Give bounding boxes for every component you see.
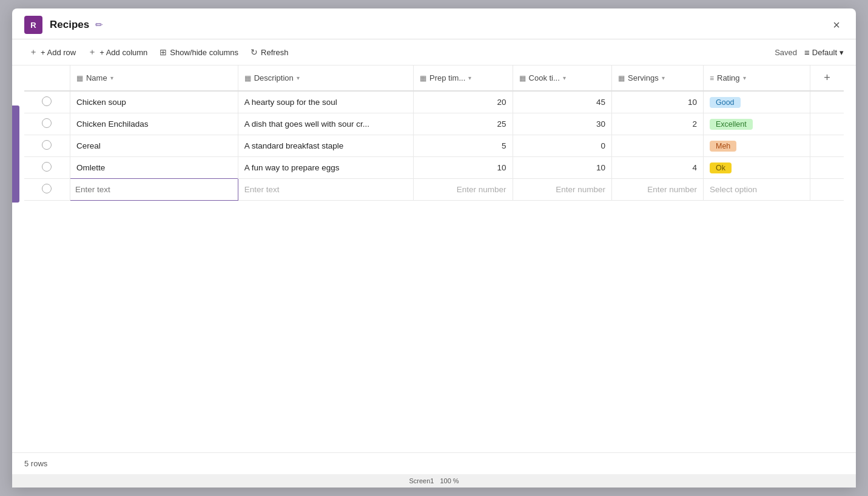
new-row-rating-cell[interactable]: Select option [703,179,810,201]
cell-rating-0[interactable]: Good [703,91,810,113]
th-cook-time[interactable]: ▦ Cook ti... ▾ [513,65,612,91]
new-row-name-input[interactable] [75,185,233,194]
cell-serv-2[interactable] [612,135,704,157]
row-checkbox[interactable] [42,96,52,106]
rating-badge-2: Meh [710,141,736,152]
col-icon-name: ▦ [76,74,83,82]
th-rating[interactable]: ≡ Rating ▾ [703,65,810,91]
plus-icon: ＋ [88,47,96,58]
default-view-button[interactable]: ≡ Default ▾ [804,47,844,58]
chevron-down-icon: ▾ [839,48,844,57]
cell-prep-3[interactable]: 10 [414,157,513,179]
cell-desc-2[interactable]: A standard breakfast staple [238,135,413,157]
add-row-label: + Add row [41,48,76,57]
row-checkbox[interactable] [42,162,52,172]
row-checkbox[interactable] [42,140,52,150]
sidebar-accent [12,106,19,203]
th-add-column[interactable]: + [810,65,844,91]
table-row: Chicken Enchiladas A dish that goes well… [24,113,844,135]
modal-footer: 5 rows [12,452,856,474]
title-area: R Recipes ✏ [24,16,103,34]
refresh-icon: ↻ [251,47,258,57]
add-row-button[interactable]: ＋ + Add row [24,44,81,60]
col-label-name: Name [86,73,107,82]
col-icon-rating: ≡ [710,74,714,82]
modal-title: Recipes [50,19,89,31]
row-checkbox[interactable] [42,184,52,193]
cell-serv-1[interactable]: 2 [612,113,704,135]
th-prep-time[interactable]: ▦ Prep tim... ▾ [414,65,513,91]
add-column-button[interactable]: ＋ + Add column [83,44,152,60]
new-row-checkbox-cell[interactable] [24,179,70,201]
new-row-desc-cell[interactable]: Enter text [238,179,413,201]
row-checkbox-cell[interactable] [24,113,70,135]
cell-prep-1[interactable]: 25 [414,113,513,135]
col-label-cook: Cook ti... [529,73,560,82]
cell-cook-1[interactable]: 30 [513,113,612,135]
col-icon-serv: ▦ [618,74,625,82]
refresh-button[interactable]: ↻ Refresh [246,45,294,59]
row-checkbox-cell[interactable] [24,91,70,113]
rows-count: 5 rows [24,459,47,468]
cell-cook-0[interactable]: 45 [513,91,612,113]
row-checkbox[interactable] [42,118,52,128]
cell-cook-2[interactable]: 0 [513,135,612,157]
cell-prep-0[interactable]: 20 [414,91,513,113]
sort-icon-serv: ▾ [662,75,665,81]
cell-serv-0[interactable]: 10 [612,91,704,113]
app-icon: R [24,16,42,34]
cell-extra-2 [810,135,844,157]
table-row: Omlette A fun way to prepare eggs 10 10 … [24,157,844,179]
cell-rating-1[interactable]: Excellent [703,113,810,135]
cell-desc-1[interactable]: A dish that goes well with sour cr... [238,113,413,135]
row-checkbox-cell[interactable] [24,157,70,179]
cell-rating-2[interactable]: Meh [703,135,810,157]
saved-status: Saved [775,48,797,57]
cell-desc-3[interactable]: A fun way to prepare eggs [238,157,413,179]
cell-prep-2[interactable]: 5 [414,135,513,157]
row-checkbox-cell[interactable] [24,135,70,157]
toolbar: ＋ + Add row ＋ + Add column ⊞ Show/hide c… [12,39,856,65]
modal-header: R Recipes ✏ × [12,8,856,39]
table-header-row: ▦ Name ▾ ▦ Description ▾ [24,65,844,91]
cell-name-0[interactable]: Chicken soup [70,91,238,113]
columns-icon: ⊞ [160,47,167,57]
col-label-prep: Prep tim... [429,73,465,82]
new-row-cook-cell[interactable]: Enter number [513,179,612,201]
cell-name-2[interactable]: Cereal [70,135,238,157]
cell-serv-3[interactable]: 4 [612,157,704,179]
new-row-extra [810,179,844,201]
menu-icon: ≡ [804,47,810,58]
th-name[interactable]: ▦ Name ▾ [70,65,238,91]
col-icon-cook: ▦ [519,74,526,82]
th-servings[interactable]: ▦ Servings ▾ [612,65,704,91]
cell-cook-3[interactable]: 10 [513,157,612,179]
new-row-serv-cell[interactable]: Enter number [612,179,704,201]
table-row: Chicken soup A hearty soup for the soul … [24,91,844,113]
add-column-icon-button[interactable]: + [824,72,830,84]
new-row: Enter text Enter number Enter number Ent… [24,179,844,201]
rating-badge-3: Ok [710,163,732,173]
cell-extra-0 [810,91,844,113]
new-row-prep-cell[interactable]: Enter number [414,179,513,201]
cell-name-1[interactable]: Chicken Enchiladas [70,113,238,135]
cell-desc-0[interactable]: A hearty soup for the soul [238,91,413,113]
th-description[interactable]: ▦ Description ▾ [238,65,413,91]
recipes-table: ▦ Name ▾ ▦ Description ▾ [24,65,844,201]
col-icon-desc: ▦ [244,74,251,82]
default-label: Default [812,48,837,57]
col-label-desc: Description [254,73,294,82]
table-row: Cereal A standard breakfast staple 5 0 M… [24,135,844,157]
show-hide-button[interactable]: ⊞ Show/hide columns [155,45,243,59]
zoom-level: 100 % [440,477,459,484]
refresh-label: Refresh [261,48,289,57]
cell-rating-3[interactable]: Ok [703,157,810,179]
close-button[interactable]: × [829,17,844,33]
rating-badge-0: Good [710,97,741,108]
edit-icon[interactable]: ✏ [95,19,103,30]
cell-name-3[interactable]: Omlette [70,157,238,179]
sort-icon-desc: ▾ [297,75,300,81]
plus-icon: ＋ [29,47,38,58]
show-hide-label: Show/hide columns [170,48,238,57]
new-row-name-cell[interactable] [70,179,238,201]
